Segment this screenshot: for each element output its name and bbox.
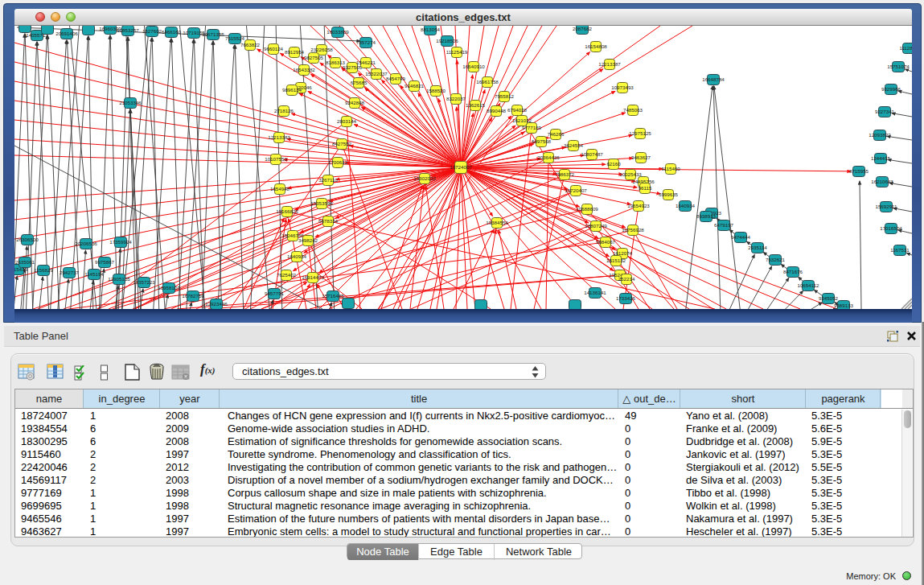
svg-text:16648784: 16648784 [702,76,725,82]
svg-text:10853257: 10853257 [117,27,139,33]
svg-text:15302033: 15302033 [413,175,436,181]
svg-text:14136141: 14136141 [584,290,606,295]
svg-text:26306500: 26306500 [16,237,39,242]
svg-text:12093822: 12093822 [869,132,891,138]
svg-text:2942737: 2942737 [60,270,80,275]
svg-text:9474444: 9474444 [731,234,751,240]
svg-text:16782759: 16782759 [182,293,204,299]
svg-text:6999635: 6999635 [659,192,679,197]
svg-text:15751074: 15751074 [887,64,910,69]
svg-text:21053346: 21053346 [119,100,142,105]
svg-text:1527602: 1527602 [142,28,162,34]
svg-text:16914473: 16914473 [302,274,324,280]
svg-text:12975125: 12975125 [629,130,651,136]
svg-text:7632621: 7632621 [766,257,786,262]
svg-text:8813054: 8813054 [421,27,441,32]
svg-text:9777169: 9777169 [522,125,542,130]
svg-text:9827505: 9827505 [304,55,324,60]
svg-text:1640934: 1640934 [676,203,696,208]
svg-text:9463627: 9463627 [631,154,651,160]
svg-text:6678334: 6678334 [318,218,339,224]
svg-text:10688609: 10688609 [576,206,598,212]
svg-text:1156829: 1156829 [34,267,53,273]
svg-text:15720407: 15720407 [565,187,587,193]
svg-text:20206536: 20206536 [75,241,97,246]
svg-text:6497568: 6497568 [532,138,552,144]
svg-text:9115460: 9115460 [661,166,680,171]
svg-text:10025433: 10025433 [619,171,642,177]
svg-text:8912954: 8912954 [285,49,305,55]
svg-text:1700612: 1700612 [328,159,348,165]
svg-text:10958107: 10958107 [158,285,180,290]
svg-text:10654112: 10654112 [797,282,819,288]
svg-text:16640910: 16640910 [462,64,485,69]
svg-text:2718126: 2718126 [274,108,294,113]
svg-text:7625402: 7625402 [277,272,297,278]
svg-text:11125419: 11125419 [446,49,468,55]
svg-text:10807487: 10807487 [581,151,603,157]
svg-text:3267110: 3267110 [318,177,338,183]
svg-text:2087682: 2087682 [573,26,593,31]
svg-text:16033809: 16033809 [326,29,349,35]
svg-text:7986372: 7986372 [555,171,575,177]
svg-text:3498242: 3498242 [298,237,318,243]
svg-text:96115: 96115 [639,185,652,191]
svg-text:17359924: 17359924 [109,239,132,245]
svg-text:1640934: 1640934 [287,253,307,259]
svg-text:9389133: 9389133 [834,303,854,308]
svg-text:8938913: 8938913 [696,213,717,219]
svg-text:9457791: 9457791 [265,290,285,296]
svg-text:10973493: 10973493 [611,84,634,90]
svg-text:9327505: 9327505 [343,64,363,70]
svg-text:1244415: 1244415 [871,155,891,161]
svg-text:7955812: 7955812 [495,93,515,99]
svg-text:2803144: 2803144 [337,118,357,124]
svg-text:19384554: 19384554 [486,220,508,225]
svg-text:9660124: 9660124 [264,46,284,51]
svg-text:62160: 62160 [606,161,621,167]
svg-text:16154808: 16154808 [585,43,607,49]
svg-text:15353594: 15353594 [310,200,333,206]
svg-text:20364436: 20364436 [537,154,560,160]
svg-text:2635061: 2635061 [15,259,35,265]
svg-text:675685: 675685 [351,80,368,85]
svg-text:1654948: 1654948 [270,186,290,192]
svg-text:9245052: 9245052 [819,295,839,301]
svg-text:9242848: 9242848 [345,100,365,105]
svg-text:9227341: 9227341 [875,109,895,114]
svg-text:6466160: 6466160 [162,29,182,35]
svg-text:12905135: 12905135 [108,276,130,282]
svg-text:16961758: 16961758 [476,79,499,84]
svg-text:10107553: 10107553 [265,156,287,162]
svg-text:1546221: 1546221 [356,60,376,65]
svg-text:9084067: 9084067 [596,239,616,245]
svg-text:12923446: 12923446 [205,301,228,307]
svg-text:252214: 252214 [618,276,635,282]
svg-text:9146821: 9146821 [405,83,425,89]
svg-text:746266: 746266 [548,131,565,137]
svg-text:1615132: 1615132 [606,257,626,263]
svg-text:1362615: 1362615 [466,102,486,108]
svg-text:8715955: 8715955 [849,168,869,174]
svg-text:20691406: 20691406 [55,31,78,36]
svg-text:6794028: 6794028 [507,107,528,113]
svg-text:7663822: 7663822 [240,42,261,47]
svg-text:6479197: 6479197 [714,222,734,228]
svg-text:8471676: 8471676 [783,269,803,274]
svg-text:1145194: 1145194 [84,271,104,277]
svg-text:19654923: 19654923 [627,203,650,208]
svg-text:10756928: 10756928 [622,227,644,233]
svg-text:18724007: 18724007 [450,164,472,170]
svg-text:15322037: 15322037 [365,71,388,76]
svg-text:16543382: 16543382 [293,67,315,72]
svg-text:7515524: 7515524 [225,35,245,41]
svg-text:9329966: 9329966 [881,86,901,92]
svg-text:2935114: 2935114 [748,245,767,250]
svg-text:9975867: 9975867 [95,259,115,265]
svg-text:23226058: 23226058 [310,47,333,52]
svg-text:8454749: 8454749 [386,76,406,81]
svg-text:9896134: 9896134 [282,87,302,93]
svg-text:17357223: 17357223 [133,279,155,285]
svg-text:19166825: 19166825 [276,208,298,214]
svg-text:8427552: 8427552 [332,141,352,146]
